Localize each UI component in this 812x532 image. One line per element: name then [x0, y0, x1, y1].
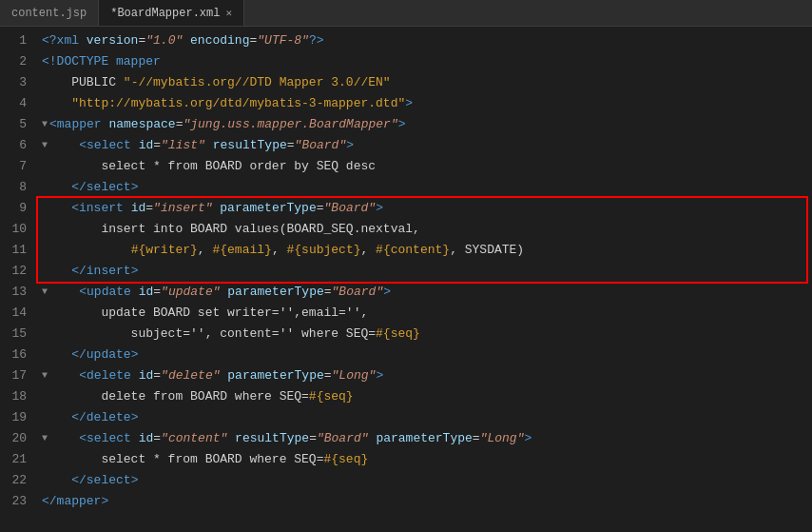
code-line-6: ▼ <select id="list" resultType="Board">	[42, 135, 812, 156]
code-line-2: <!DOCTYPE mapper	[42, 51, 812, 72]
token: >	[398, 114, 406, 135]
token: </mapper>	[42, 491, 108, 512]
line-num-10: 10	[0, 219, 27, 240]
line-num-2: 2	[0, 51, 27, 72]
token: "-//mybatis.org//DTD Mapper 3.0//EN"	[124, 72, 391, 93]
token: #{seq}	[376, 324, 420, 345]
token: "update"	[161, 282, 220, 303]
fold-icon-13[interactable]: ▼	[42, 282, 48, 303]
fold-icon-5[interactable]: ▼	[42, 114, 48, 135]
token: "Long"	[480, 428, 525, 449]
token: #{writer}	[131, 240, 198, 261]
token: "Board"	[332, 282, 384, 303]
code-line-19: </delete>	[42, 407, 812, 428]
token: =	[324, 365, 332, 386]
token: >	[524, 428, 532, 449]
token: =	[145, 198, 153, 219]
code-line-8: </select>	[42, 177, 812, 198]
code-line-18: delete from BOARD where SEQ=#{seq}	[42, 386, 812, 407]
token: parameterType	[221, 282, 324, 303]
token: <update	[79, 282, 138, 303]
token: encoding	[183, 30, 249, 51]
line-num-9: 9	[0, 198, 27, 219]
code-line-7: select * from BOARD order by SEQ desc	[42, 156, 812, 177]
token: delete from BOARD where SEQ=	[42, 386, 309, 407]
token: namespace	[108, 114, 175, 135]
token: <mapper	[49, 114, 108, 135]
code-content[interactable]: <?xml version="1.0" encoding="UTF-8"?> <…	[34, 27, 812, 532]
tab-content-jsp[interactable]: content.jsp	[0, 0, 99, 26]
token	[42, 93, 71, 114]
token: version	[87, 30, 139, 51]
token: =	[153, 428, 161, 449]
token: ,	[272, 240, 287, 261]
token: ,	[361, 240, 377, 261]
code-line-14: update BOARD set writer='',email='',	[42, 303, 812, 324]
line-num-14: 14	[0, 303, 27, 324]
line-num-3: 3	[0, 72, 27, 93]
line-num-17: 17	[0, 365, 27, 386]
token	[49, 282, 79, 303]
line-num-20: 20	[0, 428, 27, 449]
token: "jung.uss.mapper.BoardMapper"	[183, 114, 397, 135]
line-num-12: 12	[0, 261, 27, 282]
code-line-9: <insert id="insert" parameterType="Board…	[42, 198, 812, 219]
token: "UTF-8"	[257, 30, 309, 51]
token	[42, 198, 71, 219]
token: resultType	[205, 135, 287, 156]
token: </update>	[71, 345, 138, 365]
tab-close-icon[interactable]: ✕	[225, 7, 232, 19]
token: "Board"	[295, 135, 347, 156]
line-num-7: 7	[0, 156, 27, 177]
line-num-4: 4	[0, 93, 27, 114]
token: insert into BOARD values(BOARD_SEQ.nextv…	[42, 219, 420, 240]
tab-label-board-mapper: *BoardMapper.xml	[110, 7, 220, 20]
fold-icon-6[interactable]: ▼	[42, 135, 48, 156]
token: id	[139, 135, 154, 156]
fold-icon-17[interactable]: ▼	[42, 365, 48, 386]
token: "http://mybatis.org/dtd/mybatis-3-mapper…	[71, 93, 405, 114]
token: "Board"	[317, 428, 369, 449]
line-num-15: 15	[0, 324, 27, 345]
token: <select	[79, 135, 138, 156]
token: , SYSDATE)	[450, 240, 524, 261]
token: <!DOCTYPE mapper	[42, 51, 161, 72]
token: <select	[79, 428, 138, 449]
token: >	[376, 198, 383, 219]
line-num-11: 11	[0, 240, 27, 261]
token: =	[249, 30, 257, 51]
token: #{seq}	[309, 386, 354, 407]
tab-board-mapper-xml[interactable]: *BoardMapper.xml ✕	[99, 0, 244, 26]
token: <insert	[71, 198, 130, 219]
token: >	[346, 135, 354, 156]
fold-icon-20[interactable]: ▼	[42, 428, 48, 449]
code-line-12: </insert>	[42, 261, 812, 282]
token	[42, 407, 71, 428]
line-num-5: 5	[0, 114, 27, 135]
token: >	[405, 93, 413, 114]
token: "insert"	[153, 198, 212, 219]
token: "Board"	[324, 198, 377, 219]
line-num-16: 16	[0, 345, 27, 365]
token	[42, 261, 71, 282]
token	[49, 365, 79, 386]
token: parameterType	[221, 365, 324, 386]
token: </delete>	[71, 407, 138, 428]
line-num-8: 8	[0, 177, 27, 198]
token: "delete"	[161, 365, 220, 386]
code-line-4: "http://mybatis.org/dtd/mybatis-3-mapper…	[42, 93, 812, 114]
token: #{content}	[376, 240, 450, 261]
line-num-18: 18	[0, 386, 27, 407]
line-numbers: 1 2 3 4 5 6 7 8 9 10 11 12 13 14 15 16 1…	[0, 27, 34, 532]
token: =	[138, 30, 145, 51]
tab-bar: content.jsp *BoardMapper.xml ✕	[0, 0, 812, 27]
editor-container: content.jsp *BoardMapper.xml ✕ 1 2 3 4 5…	[0, 0, 812, 532]
token: </select>	[71, 177, 138, 198]
token: =	[324, 282, 332, 303]
token: >	[376, 365, 383, 386]
token	[42, 240, 131, 261]
token: id	[139, 365, 154, 386]
token: "1.0"	[145, 30, 183, 51]
token: "list"	[161, 135, 205, 156]
token: =	[153, 365, 161, 386]
